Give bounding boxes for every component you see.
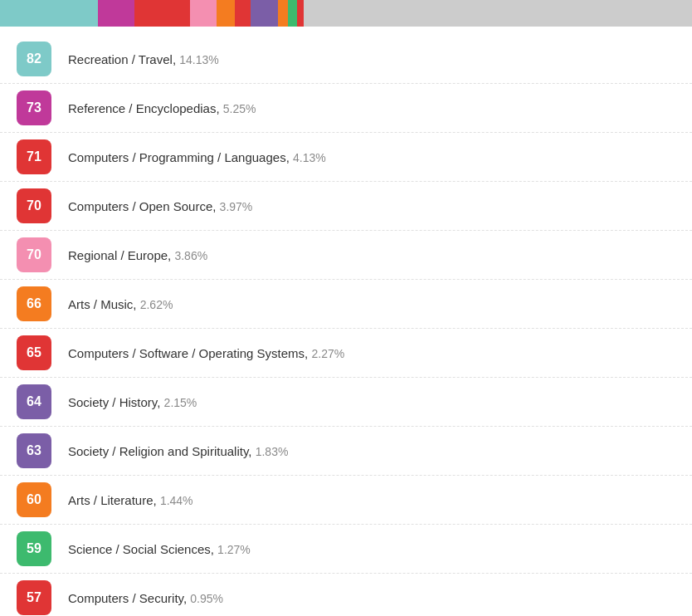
- item-percent: 14.13%: [179, 53, 218, 66]
- item-percent: 5.25%: [223, 102, 256, 115]
- item-label: Recreation / Travel, 14.13%: [68, 52, 219, 66]
- item-badge: 63: [17, 433, 51, 468]
- item-name: Society / Religion and Spirituality,: [68, 444, 256, 458]
- item-label: Science / Social Sciences, 1.27%: [68, 542, 251, 556]
- item-badge: 71: [17, 139, 51, 174]
- item-percent: 0.95%: [190, 592, 223, 605]
- item-label: Society / Religion and Spirituality, 1.8…: [68, 444, 288, 458]
- list-item: 70Computers / Open Source, 3.97%: [0, 182, 692, 231]
- item-percent: 1.27%: [217, 543, 251, 556]
- item-label: Society / History, 2.15%: [68, 395, 197, 409]
- item-badge: 70: [17, 188, 51, 223]
- bar-segment: [288, 0, 297, 27]
- item-name: Computers / Software / Operating Systems…: [68, 346, 311, 360]
- item-name: Science / Social Sciences,: [68, 542, 217, 556]
- item-percent: 1.83%: [256, 445, 289, 458]
- item-label: Reference / Encyclopedias, 5.25%: [68, 101, 256, 115]
- stacked-bar-container: [0, 0, 692, 27]
- item-label: Computers / Programming / Languages, 4.1…: [68, 150, 326, 164]
- item-label: Arts / Literature, 1.44%: [68, 493, 193, 507]
- list-item: 82Recreation / Travel, 14.13%: [0, 35, 692, 84]
- item-percent: 1.44%: [160, 494, 193, 507]
- item-name: Arts / Music,: [68, 297, 140, 311]
- bar-segment: [134, 0, 163, 27]
- item-badge: 59: [17, 531, 51, 566]
- list-item: 73Reference / Encyclopedias, 5.25%: [0, 84, 692, 133]
- item-badge: 82: [17, 42, 51, 76]
- item-name: Computers / Open Source,: [68, 199, 220, 213]
- list-item: 60Arts / Literature, 1.44%: [0, 476, 692, 525]
- list-item: 65Computers / Software / Operating Syste…: [0, 329, 692, 378]
- bar-segment: [297, 0, 304, 27]
- bar-segment: [217, 0, 235, 27]
- item-label: Computers / Software / Operating Systems…: [68, 346, 344, 360]
- item-name: Computers / Security,: [68, 591, 190, 605]
- list-item: 64Society / History, 2.15%: [0, 378, 692, 427]
- item-percent: 4.13%: [293, 151, 326, 164]
- bar-segment: [251, 0, 266, 27]
- bar-segment: [0, 0, 98, 27]
- item-label: Computers / Security, 0.95%: [68, 591, 223, 605]
- list-item: 70Regional / Europe, 3.86%: [0, 231, 692, 280]
- item-percent: 3.97%: [220, 200, 253, 213]
- item-name: Reference / Encyclopedias,: [68, 101, 223, 115]
- item-label: Regional / Europe, 3.86%: [68, 248, 207, 262]
- item-badge: 66: [17, 286, 51, 321]
- item-name: Society / History,: [68, 395, 164, 409]
- item-name: Arts / Literature,: [68, 493, 160, 507]
- item-badge: 60: [17, 482, 51, 517]
- bar-segment: [98, 0, 134, 27]
- item-label: Computers / Open Source, 3.97%: [68, 199, 252, 213]
- bar-segment: [163, 0, 190, 27]
- item-percent: 2.62%: [140, 298, 173, 311]
- item-badge: 70: [17, 237, 51, 272]
- list-item: 71Computers / Programming / Languages, 4…: [0, 133, 692, 182]
- bar-segment: [304, 0, 692, 27]
- list-item: 59Science / Social Sciences, 1.27%: [0, 525, 692, 574]
- item-badge: 65: [17, 335, 51, 370]
- item-badge: 73: [17, 90, 51, 125]
- item-label: Arts / Music, 2.62%: [68, 297, 173, 311]
- item-name: Recreation / Travel,: [68, 52, 179, 66]
- item-percent: 2.27%: [311, 347, 344, 360]
- item-badge: 64: [17, 384, 51, 419]
- bar-segment: [278, 0, 288, 27]
- bar-segment: [266, 0, 278, 27]
- list-item: 63Society / Religion and Spirituality, 1…: [0, 427, 692, 476]
- bar-segment: [190, 0, 217, 27]
- item-name: Regional / Europe,: [68, 248, 174, 262]
- list-item: 57Computers / Security, 0.95%: [0, 574, 692, 616]
- item-percent: 3.86%: [174, 249, 207, 262]
- bar-segment: [235, 0, 251, 27]
- list-container: 82Recreation / Travel, 14.13%73Reference…: [0, 27, 692, 616]
- item-badge: 57: [17, 580, 51, 615]
- list-item: 66Arts / Music, 2.62%: [0, 280, 692, 329]
- item-percent: 2.15%: [164, 396, 197, 409]
- item-name: Computers / Programming / Languages,: [68, 150, 293, 164]
